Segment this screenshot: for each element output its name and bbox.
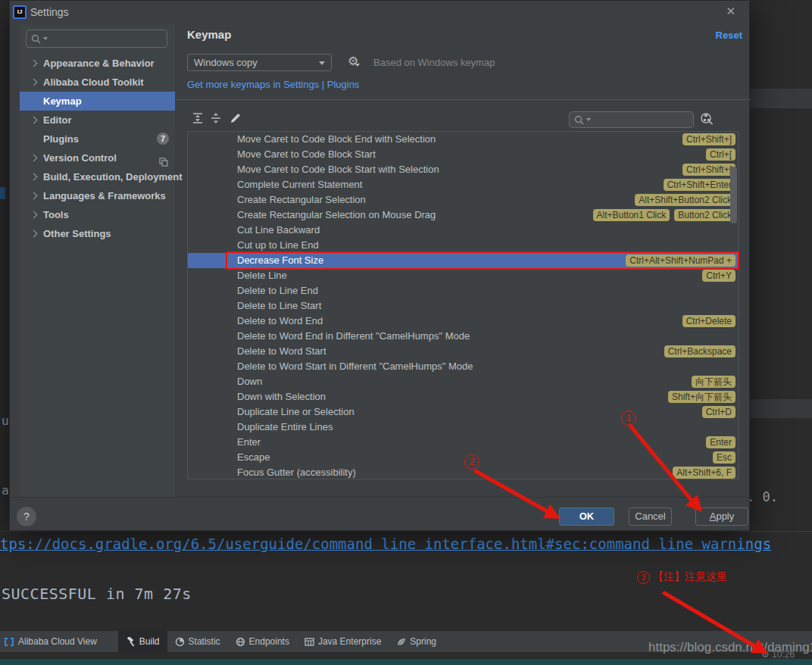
sidebar-item-label: Build, Execution, Deployment <box>43 167 182 186</box>
page-title: Keymap <box>187 28 231 41</box>
expand-all-icon[interactable] <box>192 112 204 127</box>
chevron-right-icon[interactable] <box>30 173 38 181</box>
keymap-row[interactable]: EnterEnter <box>188 435 739 450</box>
keymap-row[interactable]: Down向下箭头 <box>188 374 739 389</box>
keymap-row[interactable]: EscapeEsc <box>188 450 739 465</box>
close-icon[interactable]: ✕ <box>726 5 735 18</box>
keymap-row[interactable]: Delete to Word End in Different "CamelHu… <box>188 329 739 344</box>
shortcut-badge: Alt+Shift+6, F <box>673 467 735 479</box>
keymap-row[interactable]: Complete Current StatementCtrl+Shift+Ent… <box>188 177 739 192</box>
shortcut-badge: Button2 Click <box>674 209 735 221</box>
annotation-note: 3 【注】注意这里 <box>637 570 727 584</box>
get-more-keymaps-link[interactable]: Get more keymaps in Settings | Plugins <box>187 79 359 90</box>
divider <box>10 497 749 498</box>
chevron-right-icon[interactable] <box>30 117 38 124</box>
keymap-row[interactable]: Delete LineCtrl+Y <box>188 268 739 283</box>
action-name: Complete Current Statement <box>237 177 362 192</box>
tool-tab-alibaba-cloud-view[interactable]: Alibaba Cloud View <box>0 631 105 652</box>
sidebar-item-label: Version Control <box>43 148 117 167</box>
chevron-right-icon[interactable] <box>30 60 38 67</box>
keymap-row[interactable]: Delete to Word EndCtrl+Delete <box>188 314 739 329</box>
sidebar-search-input[interactable] <box>26 30 167 48</box>
tool-tab-endpoints[interactable]: Endpoints <box>228 631 297 652</box>
sidebar-item-plugins[interactable]: Plugins7 <box>20 130 175 148</box>
keymap-row[interactable]: Delete to Word StartCtrl+Backspace <box>188 344 739 359</box>
chevron-right-icon[interactable] <box>30 211 38 219</box>
tool-tab-spring[interactable]: Spring <box>389 631 444 652</box>
keymap-row[interactable]: Duplicate Line or SelectionCtrl+D <box>188 404 739 420</box>
find-by-shortcut-icon[interactable] <box>699 111 714 129</box>
sidebar-item-editor[interactable]: Editor <box>20 111 175 130</box>
keymap-scheme-dropdown[interactable]: Windows copy <box>187 54 332 71</box>
status-strip <box>0 659 812 665</box>
shortcut-badges: Ctrl+Alt+Shift+NumPad + <box>626 254 735 267</box>
chevron-right-icon[interactable] <box>30 155 38 162</box>
keymap-row[interactable]: Down with SelectionShift+向下箭头 <box>188 389 739 404</box>
actions-search-input[interactable] <box>569 111 694 128</box>
pie-chart-icon <box>175 637 185 647</box>
keymap-row[interactable]: Cut up to Line End <box>188 238 739 253</box>
sidebar-item-version-control[interactable]: Version Control <box>20 148 175 167</box>
circled-3-icon: 3 <box>637 571 650 584</box>
sidebar-item-appearance-behavior[interactable]: Appearance & Behavior <box>20 54 175 73</box>
ok-button[interactable]: OK <box>559 507 614 526</box>
cancel-button[interactable]: Cancel <box>629 507 672 526</box>
settings-sidebar: Appearance & BehaviorAlibaba Cloud Toolk… <box>20 23 175 497</box>
keymap-row[interactable]: Cut Line Backward <box>188 223 739 238</box>
keymap-row[interactable]: Create Rectangular Selection on Mouse Dr… <box>188 208 739 223</box>
keymap-panel: Keymap Reset Windows copy ⚙ Based on Win… <box>175 23 751 497</box>
settings-tree: Appearance & BehaviorAlibaba Cloud Toolk… <box>20 54 175 243</box>
keymap-row[interactable]: Delete to Line End <box>188 283 739 298</box>
shortcut-badges: Ctrl+Delete <box>682 315 735 327</box>
chevron-right-icon[interactable] <box>30 79 38 86</box>
search-options-caret-icon[interactable] <box>43 37 48 40</box>
background-text-fragment: a <box>2 483 9 498</box>
reset-link[interactable]: Reset <box>716 30 742 41</box>
sidebar-item-keymap[interactable]: Keymap <box>20 92 175 111</box>
sidebar-item-tools[interactable]: Tools <box>20 205 175 224</box>
gear-dropdown-caret-icon <box>355 64 360 67</box>
keymap-row[interactable]: Delete to Line Start <box>188 298 739 314</box>
shortcut-badge: Ctrl+Shift+] <box>682 133 735 145</box>
keymap-row[interactable]: Move Caret to Code Block End with Select… <box>188 132 739 147</box>
scrollbar-thumb[interactable] <box>730 167 737 223</box>
shortcut-badge: Ctrl+Delete <box>682 315 735 327</box>
chevron-right-icon[interactable] <box>30 192 38 200</box>
help-button[interactable]: ? <box>17 507 36 526</box>
apply-button[interactable]: Apply <box>695 507 748 526</box>
sidebar-item-other-settings[interactable]: Other Settings <box>20 224 175 243</box>
keymap-row[interactable]: Create Rectangular SelectionAlt+Shift+Bu… <box>188 192 739 208</box>
tool-tab-build[interactable]: Build <box>118 631 167 652</box>
sidebar-item-build-execution-deployment[interactable]: Build, Execution, Deployment <box>20 167 175 186</box>
keymap-row[interactable]: Move Caret to Code Block Start with Sele… <box>188 162 739 177</box>
sidebar-item-languages-frameworks[interactable]: Languages & Frameworks <box>20 186 175 205</box>
keymap-row[interactable]: Move Caret to Code Block StartCtrl+[ <box>188 147 739 162</box>
tool-tab-java-enterprise[interactable]: Java Enterprise <box>297 631 389 652</box>
edit-pencil-icon[interactable] <box>230 112 242 127</box>
sidebar-item-label: Languages & Frameworks <box>43 186 166 205</box>
action-name: Down with Selection <box>237 389 326 404</box>
action-name: Escape <box>237 450 270 465</box>
shortcut-badges: Ctrl+Shift+Enter <box>664 179 735 191</box>
shortcut-badge: Alt+Button1 Click <box>593 209 670 221</box>
sidebar-item-label: Plugins <box>43 130 79 148</box>
gear-icon[interactable]: ⚙ <box>348 54 358 68</box>
keymap-row[interactable]: Decrease Font SizeCtrl+Alt+Shift+NumPad … <box>188 253 739 268</box>
keymap-row[interactable]: Duplicate Entire Lines <box>188 420 739 435</box>
shortcut-badge: Ctrl+Y <box>702 270 735 282</box>
sidebar-item-label: Other Settings <box>43 224 111 243</box>
gradle-docs-link[interactable]: tps://docs.gradle.org/6.5/userguide/comm… <box>0 535 812 552</box>
keymap-row[interactable]: Delete to Word Start in Different "Camel… <box>188 359 739 374</box>
search-options-caret-icon[interactable] <box>586 118 591 121</box>
dialog-titlebar[interactable]: IJ Settings ✕ <box>10 1 749 23</box>
alibaba-brackets-icon <box>4 637 14 647</box>
sidebar-item-alibaba-cloud-toolkit[interactable]: Alibaba Cloud Toolkit <box>20 73 175 92</box>
collapse-all-icon[interactable] <box>210 112 222 127</box>
tool-tab-statistic[interactable]: Statistic <box>167 631 228 652</box>
shortcut-badges: Ctrl+Shift+[ <box>682 164 735 176</box>
tool-tab-label: Alibaba Cloud View <box>18 636 97 647</box>
keymap-row[interactable]: Focus Gutter (accessibility)Alt+Shift+6,… <box>188 465 739 480</box>
chevron-right-icon[interactable] <box>30 230 38 238</box>
background-band-middle <box>750 399 812 418</box>
action-name: Delete to Word End <box>237 314 323 329</box>
